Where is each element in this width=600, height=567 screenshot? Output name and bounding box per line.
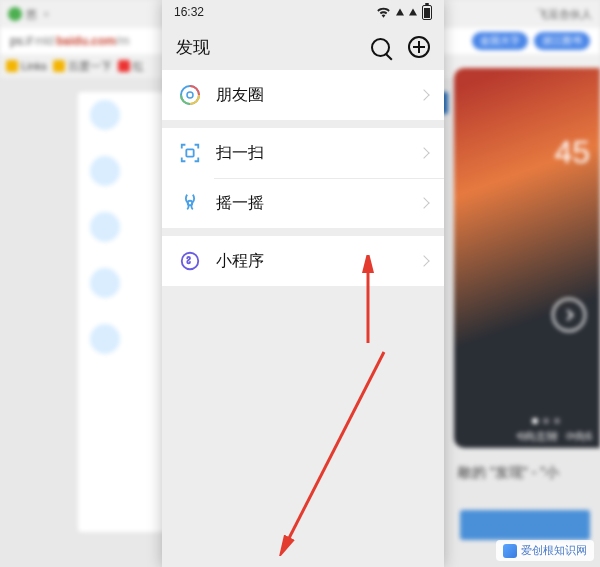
- header-actions: [371, 36, 430, 58]
- carousel-next-button: [552, 298, 586, 332]
- folder-icon: [53, 60, 65, 72]
- watermark-badge: 爱创根知识网: [496, 540, 594, 561]
- discover-header: 发现: [162, 24, 444, 70]
- tab-title: 悠: [26, 7, 37, 22]
- dot: [532, 418, 538, 424]
- bookmark-baidu: 百度一下: [53, 59, 112, 74]
- miniprogram-icon: [178, 249, 202, 273]
- row-shake[interactable]: 摇一摇: [162, 178, 444, 228]
- section-moments: 朋友圈: [162, 70, 444, 120]
- signal-2-icon: [409, 8, 417, 15]
- folder-icon: [118, 60, 130, 72]
- pill-item: 浙江图书: [534, 32, 590, 50]
- chevron-right-icon: [418, 255, 429, 266]
- rotate-controls: ⟲向左转 ⟳向6: [516, 429, 592, 444]
- url-prefix: ps://: [10, 34, 33, 48]
- bottom-blue-button: [460, 510, 590, 540]
- left-white-panel: [78, 92, 166, 532]
- scan-icon: [178, 141, 202, 165]
- search-icon[interactable]: [371, 38, 390, 57]
- row-label: 朋友圈: [216, 85, 420, 106]
- moments-icon: [178, 83, 202, 107]
- panel-dot: [90, 100, 120, 130]
- svg-point-3: [188, 201, 193, 206]
- watermark-text: 爱创根知识网: [521, 543, 587, 558]
- carousel-dots: [532, 418, 560, 424]
- url-path: /m: [116, 34, 129, 48]
- svg-rect-2: [186, 149, 193, 156]
- rotate-left-label: ⟲向左转: [516, 429, 558, 444]
- panel-dot: [90, 268, 120, 298]
- row-moments[interactable]: 朋友圈: [162, 70, 444, 120]
- battery-icon: [422, 5, 432, 20]
- pill-item: 全国大字: [472, 32, 528, 50]
- chevron-right-icon: [418, 147, 429, 158]
- shake-icon: [178, 191, 202, 215]
- top-right-tool: 飞逗合伙人: [537, 7, 592, 22]
- section-gap: [162, 228, 444, 236]
- row-label: 小程序: [216, 251, 420, 272]
- tab-favicon: [8, 7, 22, 21]
- chevron-right-icon: [418, 197, 429, 208]
- rotate-right-label: ⟳向6: [566, 429, 592, 444]
- wifi-icon: [376, 6, 391, 18]
- section-gap: [162, 120, 444, 128]
- row-label: 摇一摇: [216, 193, 420, 214]
- annotation-arrow-down: [270, 346, 400, 556]
- preview-clock: 45: [554, 134, 590, 171]
- bookmark-label: Links: [21, 60, 47, 72]
- row-miniprogram[interactable]: 小程序: [162, 236, 444, 286]
- tab-close-x: ×: [43, 8, 49, 20]
- chevron-right-icon: [418, 89, 429, 100]
- panel-dot: [90, 212, 120, 242]
- section-miniprogram: 小程序: [162, 236, 444, 286]
- bookmark-label: 红: [133, 59, 144, 74]
- url-host: baidu.com: [56, 34, 116, 48]
- add-icon[interactable]: [408, 36, 430, 58]
- folder-icon: [6, 60, 18, 72]
- bookmark-label: 百度一下: [68, 59, 112, 74]
- dot: [554, 418, 560, 424]
- dot: [543, 418, 549, 424]
- bookmark-hs: 红: [118, 59, 144, 74]
- url-sub: mld: [35, 34, 54, 48]
- panel-dot: [90, 324, 120, 354]
- watermark-icon: [503, 544, 517, 558]
- row-scan[interactable]: 扫一扫: [162, 128, 444, 178]
- page-title: 发现: [176, 36, 210, 59]
- svg-line-8: [284, 352, 384, 548]
- bookmark-links: Links: [6, 60, 47, 72]
- annotation-arrow-up: [348, 255, 388, 345]
- status-right-group: [376, 5, 432, 20]
- right-pill-group: 全国大字 浙江图书: [468, 28, 594, 54]
- panel-dot: [90, 156, 120, 186]
- right-phone-preview: 45 ⟲向左转 ⟳向6: [454, 68, 600, 448]
- svg-point-1: [187, 92, 193, 98]
- status-time: 16:32: [174, 5, 204, 19]
- status-bar: 16:32: [162, 0, 444, 24]
- chevron-right-icon: [562, 309, 573, 320]
- section-tools: 扫一扫 摇一摇: [162, 128, 444, 228]
- signal-1-icon: [396, 8, 404, 15]
- right-description-text: 敞的 "发现" - "小: [450, 456, 600, 490]
- row-label: 扫一扫: [216, 143, 420, 164]
